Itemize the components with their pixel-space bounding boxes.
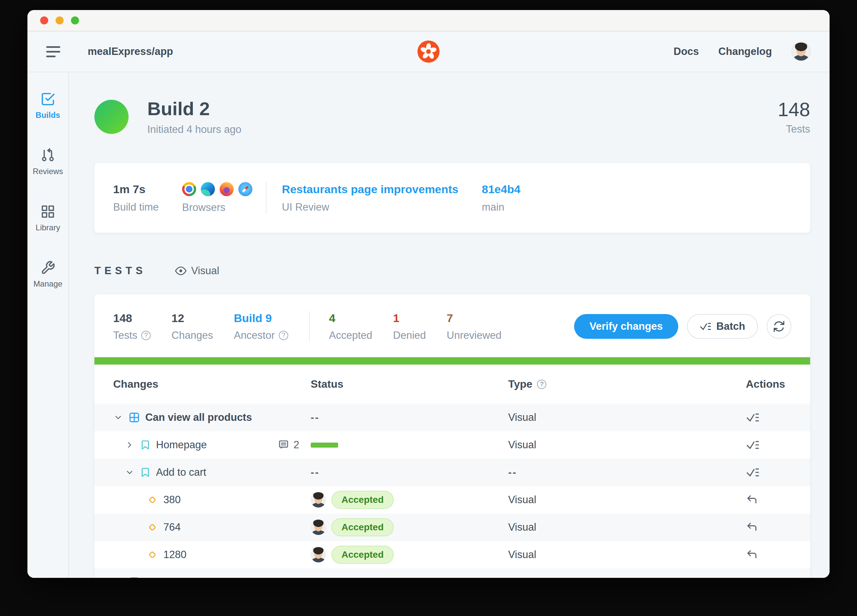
sidebar-item-reviews[interactable]: Reviews — [33, 148, 63, 176]
tests-card: 148 Tests? 12 Changes Build 9 Ancestor? … — [94, 294, 810, 578]
table-row[interactable]: Homepage 2 Visual — [94, 431, 810, 459]
build-progress-bar — [94, 357, 810, 365]
chevron-right-icon[interactable] — [125, 440, 135, 450]
build-initiated-text: Initiated 4 hours ago — [147, 124, 241, 136]
type-value: Visual — [508, 439, 536, 451]
verify-group-icon[interactable] — [746, 467, 759, 478]
row-label: Add to cart — [156, 466, 206, 478]
brand-logo-icon[interactable] — [418, 40, 439, 63]
stat-accepted: 4 Accepted — [329, 312, 372, 342]
table-row[interactable]: 764 Accepted Visual — [94, 514, 810, 541]
row-label: Can view all products — [145, 412, 252, 424]
project-name[interactable]: mealExpress/app — [88, 45, 173, 57]
status-badge: Accepted — [331, 546, 394, 564]
row-label: 380 — [163, 494, 181, 506]
sidebar: Builds Reviews Library Manage — [28, 72, 69, 578]
grid-icon — [40, 204, 55, 219]
help-icon[interactable]: ? — [537, 380, 546, 389]
menu-icon[interactable] — [46, 46, 62, 57]
verify-group-icon[interactable] — [746, 440, 759, 450]
top-navbar: mealExpress/app Docs Changelog — [28, 31, 829, 72]
type-value: Visual — [508, 549, 536, 561]
row-label: Homepage — [156, 439, 207, 451]
refresh-button[interactable] — [767, 314, 791, 339]
browsers-block: Browsers — [182, 182, 252, 214]
type-value: Visual — [508, 412, 536, 424]
safari-browser-icon — [238, 182, 252, 196]
test-group-icon — [128, 412, 140, 423]
reviewer-avatar — [311, 520, 326, 535]
type-value: Visual — [508, 521, 536, 533]
width-diamond-icon — [147, 549, 158, 560]
column-actions: Actions — [746, 378, 791, 390]
minimize-window-button[interactable] — [56, 16, 63, 25]
stat-changes: 12 Changes — [172, 312, 213, 342]
verify-group-icon[interactable] — [746, 577, 759, 578]
status-badge: Accepted — [331, 518, 394, 536]
chevron-down-icon[interactable] — [125, 468, 135, 477]
sidebar-item-library[interactable]: Library — [36, 204, 60, 232]
window-titlebar — [28, 10, 829, 31]
snapshot-bookmark-icon — [140, 467, 151, 478]
snapshot-bookmark-icon — [140, 439, 151, 450]
table-header: Changes Status Type? Actions — [94, 365, 810, 404]
wrench-icon — [40, 260, 55, 275]
table-row[interactable]: Can view all products -- Visual — [94, 404, 810, 431]
sidebar-item-manage[interactable]: Manage — [34, 260, 63, 289]
width-diamond-icon — [147, 522, 158, 533]
column-changes: Changes — [113, 378, 311, 390]
close-window-button[interactable] — [40, 16, 48, 25]
tests-section-title: TESTS — [94, 265, 146, 277]
build-summary-card: 1m 7s Build time Browsers Restaurants pa… — [94, 163, 810, 233]
check-square-icon — [40, 92, 55, 107]
comment-icon — [278, 440, 289, 450]
changelog-link[interactable]: Changelog — [718, 45, 772, 57]
help-icon[interactable]: ? — [279, 331, 288, 340]
visual-filter[interactable]: Visual — [175, 265, 219, 277]
status-empty: -- — [311, 412, 320, 424]
table-row[interactable]: 380 Accepted Visual — [94, 486, 810, 514]
batch-check-icon — [700, 322, 711, 331]
status-progress-bar — [311, 443, 338, 447]
chrome-browser-icon — [182, 182, 196, 196]
verify-changes-button[interactable]: Verify changes — [574, 314, 678, 339]
column-type: Type? — [508, 378, 746, 390]
type-value: Visual — [508, 494, 536, 506]
stat-unreviewed: 7 Unreviewed — [447, 312, 501, 342]
review-block: Restaurants page improvements UI Review — [282, 183, 458, 213]
table-row[interactable]: 1280 Accepted Visual — [94, 541, 810, 568]
chevron-down-icon[interactable] — [113, 577, 123, 578]
reviewer-avatar — [311, 547, 326, 562]
build-status-indicator — [94, 100, 128, 134]
commit-link[interactable]: 81e4b4 — [482, 183, 520, 196]
table-row[interactable]: Can open product -- -- — [94, 568, 810, 578]
status-empty: -- — [311, 466, 320, 478]
review-title-link[interactable]: Restaurants page improvements — [282, 183, 458, 196]
undo-icon[interactable] — [746, 521, 758, 533]
ancestor-build-link: Build 9 — [234, 312, 288, 325]
sidebar-item-builds[interactable]: Builds — [36, 92, 60, 120]
chevron-down-icon[interactable] — [113, 413, 123, 422]
divider — [309, 311, 309, 342]
divider — [266, 182, 266, 214]
comments-count[interactable]: 2 — [278, 439, 299, 451]
user-avatar[interactable] — [791, 42, 811, 61]
zoom-window-button[interactable] — [71, 16, 79, 25]
status-empty: -- — [311, 576, 320, 578]
edge-browser-icon — [201, 182, 215, 196]
firefox-browser-icon — [220, 182, 234, 196]
commit-block: 81e4b4 main — [482, 183, 520, 213]
stat-ancestor[interactable]: Build 9 Ancestor? — [234, 312, 288, 342]
refresh-icon — [773, 320, 785, 333]
column-status: Status — [311, 378, 508, 390]
type-value: -- — [508, 576, 517, 578]
table-row[interactable]: Add to cart -- -- — [94, 459, 810, 486]
docs-link[interactable]: Docs — [674, 45, 699, 57]
type-value: -- — [508, 466, 517, 478]
undo-icon[interactable] — [746, 549, 758, 561]
verify-group-icon[interactable] — [746, 412, 759, 423]
undo-icon[interactable] — [746, 494, 758, 506]
stat-denied: 1 Denied — [393, 312, 426, 342]
help-icon[interactable]: ? — [141, 331, 151, 340]
batch-button[interactable]: Batch — [687, 314, 758, 339]
